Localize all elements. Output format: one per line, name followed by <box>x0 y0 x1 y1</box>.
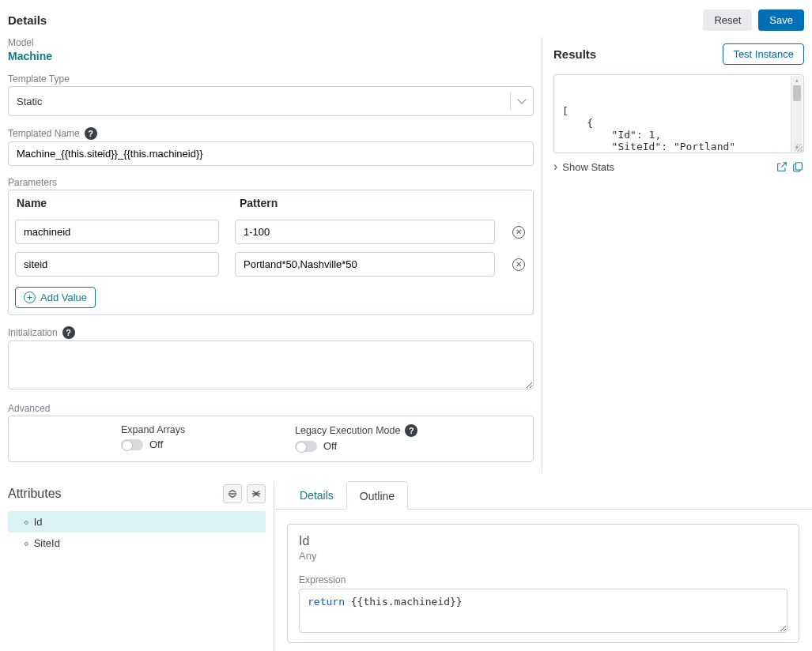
templated-name-label: Templated Name <box>8 128 80 139</box>
expand-arrays-state: Off <box>149 438 163 450</box>
remove-param-icon[interactable]: ✕ <box>512 258 525 271</box>
param-row: ✕ <box>9 216 533 248</box>
templated-name-input[interactable] <box>8 141 534 166</box>
attributes-title: Attributes <box>8 487 62 501</box>
param-pattern-input[interactable] <box>235 252 495 277</box>
model-value-link[interactable]: Machine <box>8 50 534 62</box>
param-col-pattern: Pattern <box>240 197 525 209</box>
param-name-input[interactable] <box>15 252 219 277</box>
legacy-mode-toggle[interactable] <box>295 441 317 452</box>
add-value-button[interactable]: + Add Value <box>15 287 96 308</box>
advanced-label: Advanced <box>8 403 534 414</box>
model-label: Model <box>8 37 534 48</box>
save-button[interactable]: Save <box>758 9 804 31</box>
template-type-label: Template Type <box>8 73 534 85</box>
chevron-right-icon <box>553 160 557 174</box>
chevron-down-icon <box>519 96 525 107</box>
tab-details[interactable]: Details <box>287 481 346 509</box>
scrollbar[interactable]: ▴ ▾ <box>791 76 803 152</box>
help-icon[interactable]: ? <box>405 424 417 437</box>
param-row: ✕ <box>9 248 533 280</box>
initialization-textarea[interactable] <box>8 341 534 389</box>
collapse-all-button[interactable] <box>223 484 242 503</box>
param-name-input[interactable] <box>15 220 219 244</box>
legacy-mode-state: Off <box>323 440 337 452</box>
test-instance-button[interactable]: Test Instance <box>723 43 804 65</box>
param-pattern-input[interactable] <box>235 220 495 244</box>
legacy-mode-label: Legacy Execution Mode <box>295 425 400 436</box>
reset-button[interactable]: Reset <box>703 9 752 31</box>
results-output[interactable]: [ { "Id": 1, "SiteId": "Portland" }, ▴ ▾ <box>553 74 804 153</box>
svg-rect-0 <box>795 163 802 170</box>
expand-arrays-toggle[interactable] <box>121 439 143 450</box>
expand-all-button[interactable] <box>247 484 266 503</box>
scroll-thumb[interactable] <box>793 85 801 101</box>
param-col-name: Name <box>17 197 240 209</box>
code-icon <box>24 516 28 528</box>
tab-outline[interactable]: Outline <box>346 481 408 510</box>
remove-param-icon[interactable]: ✕ <box>512 226 525 239</box>
parameters-label: Parameters <box>8 177 534 188</box>
template-type-value: Static <box>17 96 43 107</box>
scroll-up-icon[interactable]: ▴ <box>791 76 803 85</box>
plus-icon: + <box>24 292 36 303</box>
results-title: Results <box>553 47 596 61</box>
code-icon <box>24 537 28 549</box>
attribute-item-siteid[interactable]: SiteId <box>8 532 266 554</box>
template-type-select[interactable]: Static <box>8 86 534 116</box>
attribute-item-id[interactable]: Id <box>8 511 266 532</box>
outline-id-label: Id <box>299 534 787 548</box>
initialization-label: Initialization <box>8 327 58 338</box>
show-stats-toggle[interactable]: Show Stats <box>553 160 614 174</box>
expand-arrays-label: Expand Arrays <box>121 424 295 435</box>
help-icon[interactable]: ? <box>62 326 75 339</box>
expression-label: Expression <box>299 574 787 585</box>
outline-type-label: Any <box>299 550 787 562</box>
copy-icon[interactable] <box>791 160 804 173</box>
expression-textarea[interactable]: return {{this.machineid}} <box>299 589 787 633</box>
page-title: Details <box>8 13 47 27</box>
resize-handle[interactable] <box>795 144 803 152</box>
help-icon[interactable]: ? <box>85 127 97 140</box>
open-external-icon[interactable] <box>776 160 788 173</box>
